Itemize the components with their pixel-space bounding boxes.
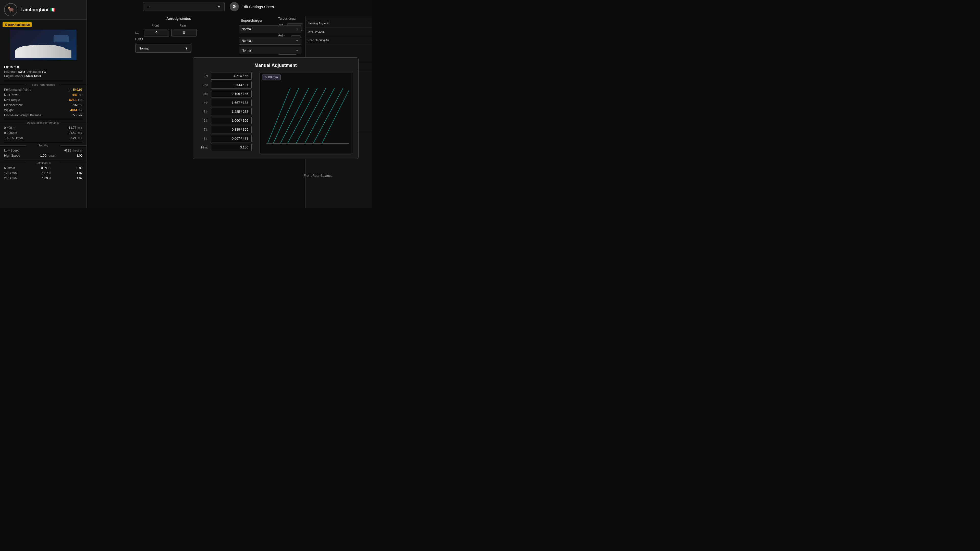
- displacement-stat: Displacement 3966 cc: [0, 103, 86, 108]
- acc3-stat: 100-150 km/h 3.21 sec.: [0, 135, 86, 141]
- max-power-stat: Max Power 641 HP: [0, 92, 86, 97]
- gear-input-3rd[interactable]: [211, 90, 251, 97]
- car-name: Lamborghini: [21, 7, 48, 13]
- manual-adjustment-popup: Manual Adjustment 1st 2nd 3rd 4th: [192, 57, 359, 159]
- gear-row-2nd: 2nd: [198, 81, 254, 89]
- bop-icon: ⚖: [5, 23, 7, 26]
- gear-row-final: Final: [198, 144, 254, 151]
- ecu-dropdown[interactable]: Normal ▼: [135, 44, 191, 52]
- turbocharger-value: Normal: [242, 39, 251, 43]
- gear-input-6th[interactable]: [211, 117, 251, 124]
- gear-input-2nd[interactable]: [211, 81, 251, 89]
- ecu-value: Normal: [138, 46, 149, 50]
- turbocharger-dropdown[interactable]: Normal ▼: [239, 37, 301, 44]
- turbo-dropdown-wrapper: Normal ▼: [237, 37, 303, 44]
- intercooler-2-arrow: ▼: [296, 49, 298, 52]
- aero-rear-input[interactable]: [171, 29, 197, 37]
- popup-content: 1st 2nd 3rd 4th 5th: [198, 72, 353, 154]
- car-flag: 🇮🇹: [50, 7, 56, 12]
- svg-line-0: [267, 88, 290, 143]
- gear-row-8th: 8th: [198, 135, 254, 142]
- car-header: 🐂 Lamborghini 🇮🇹: [0, 0, 86, 20]
- popup-title: Manual Adjustment: [198, 63, 353, 68]
- high-speed-stat: High Speed -1.00 (Under) -1.00: [0, 153, 86, 158]
- max-torque-stat: Max Torque 627.1 ft-lb: [0, 97, 86, 103]
- supercharger-arrow: ▼: [296, 28, 298, 30]
- car-silhouette: [15, 40, 72, 58]
- ecu-section: ECU Normal ▼: [135, 37, 207, 52]
- car-info: Urus '18 Drivetrain 4WD / Aspiration TC …: [0, 62, 86, 81]
- gear-row-4th: 4th: [198, 99, 254, 106]
- svg-line-6: [313, 88, 343, 143]
- g120-stat: 120 km/h 1.07 G 1.07: [0, 171, 86, 176]
- g60-stat: 60 km/h 0.89 G 0.89: [0, 165, 86, 171]
- bop-label: BoP Applied (M): [8, 23, 30, 26]
- edit-settings-button[interactable]: ⚙ Edit Settings Sheet: [230, 2, 274, 11]
- pp-stat: Performance Points PP 549.07: [0, 87, 86, 92]
- gear-label-5th: 5th: [198, 110, 208, 114]
- aerodynamics-title: Aerodynamics: [135, 17, 222, 21]
- car-image: [10, 30, 76, 60]
- g240-stat: 240 km/h 1.09 G 1.09: [0, 176, 86, 181]
- supercharger-dropdown[interactable]: Normal ▼: [239, 25, 301, 33]
- base-performance-label: Base Performance: [0, 83, 86, 86]
- weight-stat: Weight 4844 lbs.: [0, 108, 86, 113]
- gear-row-3rd: 3rd: [198, 90, 254, 97]
- supercharger-title: Supercharger: [237, 17, 303, 24]
- acc1-stat: 0-400 m 11.73 sec.: [0, 125, 86, 130]
- gear-label-4th: 4th: [198, 101, 208, 105]
- search-box[interactable]: -- ≡: [143, 2, 224, 11]
- svg-line-1: [273, 88, 299, 143]
- car-logo: 🐂: [4, 3, 18, 16]
- gear-input-7th[interactable]: [211, 126, 251, 133]
- balance-stat: Front-Rear Weight Balance 58 : 42: [0, 113, 86, 118]
- low-speed-stat: Low Speed -0.25 (Neutral): [0, 148, 86, 153]
- aerodynamics-section: Aerodynamics Front Rear Lv.: [135, 17, 222, 37]
- gear-input-4th[interactable]: [211, 99, 251, 106]
- gear-chart-svg: [265, 83, 350, 148]
- gear-row-5th: 5th: [198, 108, 254, 115]
- gear-row-1st: 1st: [198, 72, 254, 79]
- bop-badge: ⚖ BoP Applied (M): [3, 22, 32, 27]
- steering-angle-label: Steering Angle Ki: [305, 19, 372, 27]
- svg-line-4: [296, 88, 326, 143]
- left-panel: 🐂 Lamborghini 🇮🇹 ⚖ BoP Applied (M) Urus …: [0, 0, 87, 208]
- intercooler-dropdown-2-wrapper: Normal ▼: [237, 47, 303, 54]
- gear-input-final[interactable]: [211, 144, 251, 151]
- drivetrain-line: Drivetrain 4WD / Aspiration TC: [4, 70, 83, 74]
- spacer: [305, 44, 372, 55]
- intercooler-2-value: Normal: [242, 49, 251, 52]
- aero-lv-label: Lv.: [135, 31, 142, 34]
- ecu-dropdown-arrow: ▼: [185, 46, 188, 50]
- gear-table: 1st 2nd 3rd 4th 5th: [198, 72, 254, 154]
- svg-line-7: [322, 90, 349, 143]
- supercharger-value: Normal: [242, 27, 251, 31]
- rear-steering-label: Rear Steering An: [305, 36, 372, 44]
- gear-row-6th: 6th: [198, 117, 254, 124]
- 4ws-system-label: 4WS System: [305, 27, 372, 36]
- aero-front-header: Front: [142, 24, 168, 27]
- gear-label-8th: 8th: [198, 137, 208, 140]
- menu-icon[interactable]: ≡: [218, 4, 220, 9]
- chart-lines: [265, 83, 350, 148]
- edit-settings-label: Edit Settings Sheet: [242, 5, 274, 9]
- search-text: --: [147, 5, 150, 9]
- front-rear-balance-label: Front/Rear Balance: [304, 174, 332, 178]
- ecu-title: ECU: [135, 37, 207, 41]
- gear-input-5th[interactable]: [211, 108, 251, 115]
- logo-icon: 🐂: [7, 6, 14, 13]
- svg-line-5: [305, 88, 335, 143]
- turbocharger-arrow: ▼: [296, 40, 298, 42]
- rpm-badge: 6600 rpm: [262, 75, 281, 80]
- svg-line-3: [288, 88, 318, 143]
- gear-label-3rd: 3rd: [198, 92, 208, 96]
- aero-front-input[interactable]: [144, 29, 169, 37]
- car-model: Urus '18: [4, 65, 83, 69]
- gear-label-6th: 6th: [198, 119, 208, 122]
- gear-input-1st[interactable]: [211, 72, 251, 79]
- rpm-chart: 6600 rpm: [259, 72, 353, 154]
- intercooler-dropdown-2[interactable]: Normal ▼: [239, 47, 301, 54]
- settings-circle-icon: ⚙: [230, 2, 239, 11]
- gear-label-1st: 1st: [198, 74, 208, 78]
- gear-input-8th[interactable]: [211, 135, 251, 142]
